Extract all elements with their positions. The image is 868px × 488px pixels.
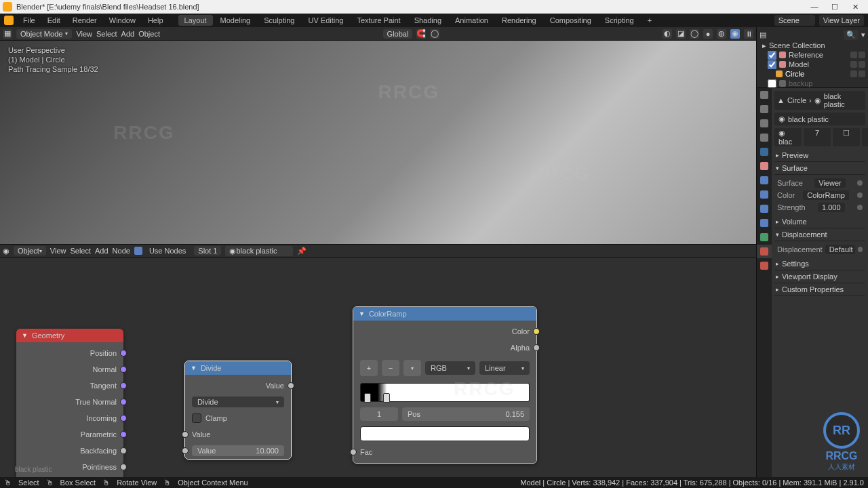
socket-dot[interactable] [857, 180, 863, 186]
prop-tab-texture[interactable] [757, 259, 772, 272]
editor-type-3dview-icon[interactable]: ▦ [3, 29, 12, 39]
material-field[interactable]: ◉ black plastic [225, 246, 293, 256]
node-editor-canvas[interactable]: ▼Geometry Position Normal Tangent True N… [0, 258, 756, 477]
ne-menu-node[interactable]: Node [113, 247, 130, 255]
panel-displacement[interactable]: ▾Displacement [774, 228, 865, 241]
collapse-icon[interactable]: ▼ [359, 310, 365, 317]
3d-viewport[interactable]: User Perspective (1) Model | Circle Path… [0, 41, 756, 244]
tab-sculpting[interactable]: Sculpting [258, 15, 300, 26]
socket-out[interactable] [288, 382, 294, 389]
prop-tab-object[interactable] [757, 159, 772, 173]
color-ramp[interactable] [360, 383, 530, 402]
vp-menu-add[interactable]: Add [121, 30, 135, 38]
mode-dropdown[interactable]: Object Mode ▾ [16, 29, 72, 39]
panel-preview[interactable]: ▸Preview [774, 149, 865, 162]
vp-menu-view[interactable]: View [76, 30, 92, 38]
filter-menu-icon[interactable]: ▾ [861, 30, 865, 39]
tab-uv-editing[interactable]: UV Editing [302, 15, 349, 26]
socket-out-color[interactable] [533, 328, 540, 335]
socket-in-fac[interactable] [350, 449, 357, 455]
socket-out[interactable] [120, 366, 127, 373]
tab-animation[interactable]: Animation [449, 15, 494, 26]
outliner-checkbox[interactable] [768, 79, 776, 88]
prop-tab-material[interactable] [757, 245, 772, 258]
vp-menu-select[interactable]: Select [96, 30, 117, 38]
menu-window[interactable]: Window [104, 15, 141, 26]
scene-field[interactable]: Scene [774, 15, 815, 26]
outliner-root[interactable]: Scene Collection [769, 41, 825, 49]
menu-edit[interactable]: Edit [42, 15, 66, 26]
stop-index-field[interactable]: 1 [360, 407, 398, 421]
tab-rendering[interactable]: Rendering [496, 15, 542, 26]
socket-out[interactable] [120, 350, 127, 357]
view-layer-field[interactable]: View Layer [819, 15, 864, 26]
ramp-interp-dropdown[interactable]: Linear▾ [479, 361, 530, 375]
socket-out[interactable] [120, 399, 127, 405]
collapse-icon[interactable]: ▼ [22, 332, 28, 339]
socket-in[interactable] [182, 447, 189, 454]
ramp-handle-1[interactable] [383, 393, 390, 403]
ne-menu-select[interactable]: Select [70, 247, 91, 255]
outliner-item[interactable]: backup [789, 79, 812, 87]
shade-rendered-icon[interactable]: ◉ [730, 29, 740, 39]
outliner-item[interactable]: Reference [789, 51, 823, 59]
prop-tab-constraints[interactable] [757, 216, 772, 230]
socket-out[interactable] [120, 447, 127, 454]
prop-tab-output[interactable] [757, 102, 772, 116]
prop-tab-scene[interactable] [757, 131, 772, 144]
eye-icon[interactable] [850, 52, 857, 58]
node-geometry[interactable]: ▼Geometry Position Normal Tangent True N… [16, 329, 123, 477]
prop-tab-data[interactable] [757, 230, 772, 244]
overlays-icon[interactable]: ◐ [663, 29, 672, 39]
shade-solid-icon[interactable]: ● [703, 29, 713, 39]
mat-unlink-icon[interactable]: ✕ [862, 128, 868, 146]
crumb-object[interactable]: Circle [787, 96, 806, 104]
outliner-checkbox[interactable] [768, 51, 776, 60]
node-math-divide[interactable]: ▼Divide Value Divide▾ Clamp Value Value1… [184, 361, 292, 460]
ramp-menu-button[interactable]: ▾ [403, 360, 421, 376]
camera-icon[interactable] [859, 70, 865, 77]
tab-layout[interactable]: Layout [178, 15, 213, 26]
pin-icon[interactable]: 📌 [297, 247, 307, 256]
color-type[interactable]: ColorRamp [803, 190, 849, 200]
material-name-field[interactable]: ◉ blac [774, 128, 802, 146]
panel-viewport-display[interactable]: ▸Viewport Display [774, 270, 865, 283]
mat-new-icon[interactable]: ☐ [833, 128, 860, 146]
surface-type[interactable]: Viewer [814, 178, 845, 188]
socket-out-alpha[interactable] [533, 344, 540, 351]
ne-menu-view[interactable]: View [50, 247, 66, 255]
eye-icon[interactable] [850, 61, 857, 68]
editor-type-shader-icon[interactable]: ◉ [3, 247, 9, 256]
socket-dot[interactable] [857, 192, 863, 198]
eye-icon[interactable] [850, 70, 857, 77]
collapse-icon[interactable]: ▼ [191, 365, 197, 371]
crumb-material[interactable]: black plastic [824, 92, 863, 108]
outliner-item[interactable]: Model [789, 60, 809, 68]
shader-type-dropdown[interactable]: Object ▾ [14, 246, 46, 256]
tab-shading[interactable]: Shading [408, 15, 448, 26]
xray-icon[interactable]: ◪ [676, 29, 686, 39]
shade-wire-icon[interactable]: ◯ [690, 29, 699, 39]
mat-users-icon[interactable]: 7 [804, 128, 831, 146]
snap-icon[interactable]: 🧲 [416, 29, 426, 39]
maximize-button[interactable]: ☐ [825, 1, 845, 13]
socket-out[interactable] [120, 431, 127, 438]
menu-render[interactable]: Render [67, 15, 102, 26]
filter-icon[interactable]: ▤ [760, 30, 766, 39]
prop-tab-render[interactable] [757, 88, 772, 102]
clamp-checkbox[interactable] [192, 413, 201, 423]
orientation-dropdown[interactable]: Global [383, 29, 413, 39]
math-operation-dropdown[interactable]: Divide▾ [192, 396, 284, 407]
workspace-add[interactable]: + [642, 15, 658, 26]
panel-custom-props[interactable]: ▸Custom Properties [774, 283, 865, 296]
socket-in[interactable] [182, 431, 189, 438]
tab-scripting[interactable]: Scripting [599, 15, 640, 26]
tab-modeling[interactable]: Modeling [214, 15, 257, 26]
outliner-item[interactable]: Circle [785, 70, 804, 78]
menu-help[interactable]: Help [142, 15, 169, 26]
strength-field[interactable]: 1.000 [818, 203, 845, 212]
ne-menu-add[interactable]: Add [95, 247, 108, 255]
prop-tab-particles[interactable] [757, 188, 772, 201]
panel-volume[interactable]: ▸Volume [774, 216, 865, 228]
socket-out[interactable] [120, 415, 127, 422]
